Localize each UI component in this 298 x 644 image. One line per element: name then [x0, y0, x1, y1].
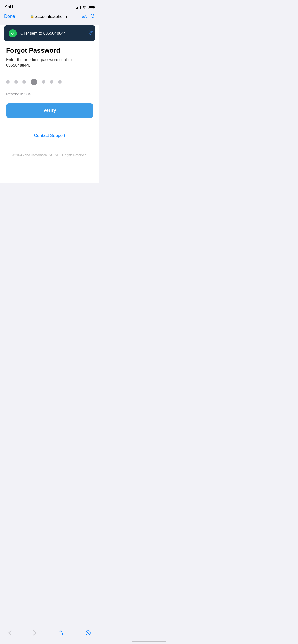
- feedback-icon[interactable]: [88, 28, 97, 37]
- otp-dot-6: [50, 80, 53, 84]
- browser-chrome: Done 🔒 accounts.zoho.in aA: [0, 12, 99, 22]
- status-icons: [76, 5, 94, 9]
- aa-button[interactable]: aA: [82, 14, 87, 19]
- main-content: Forgot Password Enter the one-time passw…: [0, 47, 99, 159]
- contact-support-container: Contact Support: [6, 128, 93, 148]
- subtitle-prefix: Enter the one-time password sent to: [6, 57, 72, 62]
- toast-check-icon: [9, 29, 17, 37]
- footer-text: © 2024 Zoho Corporation Pvt. Ltd. All Ri…: [6, 148, 93, 159]
- page-subtitle: Enter the one-time password sent to 6355…: [6, 57, 93, 68]
- otp-underline: [6, 89, 93, 89]
- lock-icon: 🔒: [30, 14, 34, 18]
- wifi-icon: [82, 6, 86, 9]
- subtitle-phone: 6355048844: [6, 63, 29, 67]
- page-title: Forgot Password: [6, 47, 93, 54]
- toast-message: OTP sent to 6355048844: [20, 31, 66, 36]
- signal-bars-icon: [76, 5, 81, 9]
- contact-support-link[interactable]: Contact Support: [34, 133, 65, 138]
- otp-dot-7: [58, 80, 62, 84]
- status-time: 9:41: [5, 5, 13, 10]
- status-bar: 9:41: [0, 0, 99, 12]
- web-content: OTP sent to 6355048844 Forgot Password E…: [0, 25, 99, 183]
- browser-actions: aA: [82, 13, 95, 20]
- otp-dot-5: [42, 80, 45, 84]
- url-text: accounts.zoho.in: [35, 14, 67, 19]
- svg-rect-0: [89, 30, 94, 34]
- otp-dot-3: [22, 80, 26, 84]
- subtitle-suffix: .: [29, 63, 30, 67]
- resend-timer: Resend in 58s: [6, 92, 93, 96]
- url-bar: 🔒 accounts.zoho.in: [30, 14, 67, 19]
- otp-dot-1: [6, 80, 10, 84]
- otp-toast: OTP sent to 6355048844: [4, 25, 95, 41]
- done-button[interactable]: Done: [4, 14, 15, 19]
- otp-dot-4: [31, 79, 37, 85]
- battery-icon: [88, 6, 94, 9]
- otp-input-container[interactable]: [6, 76, 93, 89]
- otp-dots: [6, 76, 93, 89]
- reload-button[interactable]: [90, 13, 95, 20]
- otp-dot-2: [14, 80, 18, 84]
- verify-button[interactable]: Verify: [6, 103, 93, 118]
